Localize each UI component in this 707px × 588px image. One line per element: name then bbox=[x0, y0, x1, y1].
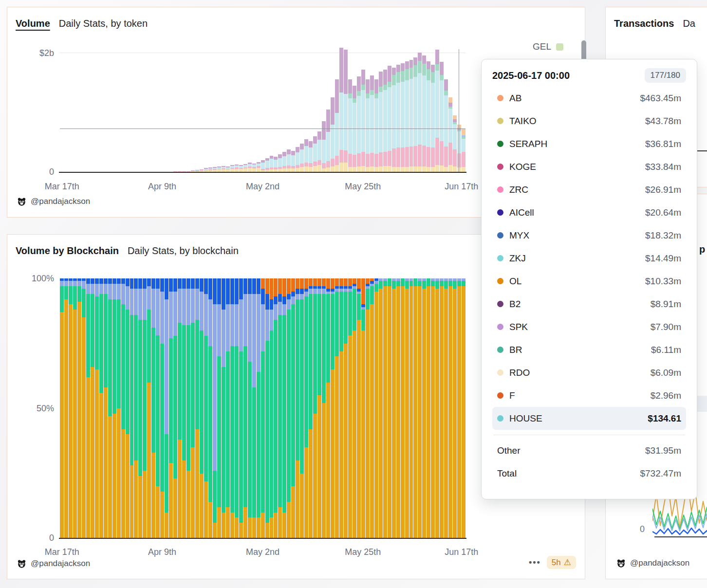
attribution-handle[interactable]: @pandajackson bbox=[31, 197, 90, 206]
tooltip-row-house[interactable]: HOUSE$134.61 bbox=[492, 407, 686, 430]
blockchain-bar[interactable] bbox=[104, 278, 108, 538]
blockchain-bar[interactable] bbox=[300, 278, 304, 538]
blockchain-bar[interactable] bbox=[138, 278, 142, 538]
volume-bar[interactable] bbox=[287, 149, 291, 172]
volume-bar[interactable] bbox=[361, 70, 365, 173]
blockchain-bar[interactable] bbox=[304, 278, 308, 538]
blockchain-bar[interactable] bbox=[353, 278, 356, 538]
blockchain-bar[interactable] bbox=[291, 278, 295, 538]
blockchain-bar[interactable] bbox=[252, 278, 256, 538]
blockchain-bar[interactable] bbox=[208, 278, 212, 538]
tooltip-row-f[interactable]: F$2.96m bbox=[492, 384, 686, 407]
blockchain-bar[interactable] bbox=[213, 278, 217, 538]
blockchain-bar[interactable] bbox=[95, 278, 99, 538]
blockchain-bar[interactable] bbox=[278, 278, 282, 538]
blockchain-bar[interactable] bbox=[130, 278, 134, 538]
blockchain-bar[interactable] bbox=[444, 278, 448, 538]
blockchain-bar[interactable] bbox=[60, 278, 64, 538]
blockchain-bar[interactable] bbox=[165, 278, 168, 538]
blockchain-bar[interactable] bbox=[383, 278, 387, 538]
blockchain-bar[interactable] bbox=[462, 278, 465, 538]
blockchain-bar[interactable] bbox=[388, 278, 391, 538]
volume-bar[interactable] bbox=[348, 79, 352, 172]
volume-bar[interactable] bbox=[444, 79, 448, 172]
blockchain-bar[interactable] bbox=[178, 278, 182, 538]
volume-bar[interactable] bbox=[453, 115, 457, 172]
volume-bar[interactable] bbox=[396, 65, 400, 172]
volume-bar[interactable] bbox=[278, 154, 282, 172]
blockchain-bar[interactable] bbox=[143, 278, 147, 538]
volume-bar[interactable] bbox=[248, 163, 252, 172]
blockchain-bar[interactable] bbox=[287, 278, 291, 538]
volume-bar[interactable] bbox=[435, 50, 439, 172]
volume-bar[interactable] bbox=[274, 157, 278, 172]
volume-bar[interactable] bbox=[265, 158, 269, 172]
blockchain-bar[interactable] bbox=[431, 278, 435, 538]
blockchain-bar[interactable] bbox=[457, 278, 461, 538]
blockchain-bar[interactable] bbox=[239, 278, 243, 538]
blockchain-bar[interactable] bbox=[448, 278, 452, 538]
volume-bar[interactable] bbox=[296, 147, 299, 172]
volume-bar[interactable] bbox=[374, 79, 378, 172]
volume-bar[interactable] bbox=[440, 62, 444, 173]
volume-bar[interactable] bbox=[261, 160, 265, 172]
blockchain-bar[interactable] bbox=[182, 278, 186, 538]
blockchain-bar[interactable] bbox=[322, 278, 326, 538]
volume-bar[interactable] bbox=[370, 75, 374, 172]
blockchain-bar[interactable] bbox=[309, 278, 313, 538]
blockchain-bar[interactable] bbox=[156, 278, 160, 538]
blockchain-bar[interactable] bbox=[69, 278, 73, 538]
blockchain-bar[interactable] bbox=[230, 278, 234, 538]
blockchain-bar[interactable] bbox=[440, 278, 444, 538]
volume-bar[interactable] bbox=[422, 55, 426, 172]
blockchain-bar[interactable] bbox=[331, 278, 335, 538]
blockchain-bar[interactable] bbox=[147, 278, 151, 538]
blockchain-bar[interactable] bbox=[243, 278, 247, 538]
blockchain-bar[interactable] bbox=[217, 278, 221, 538]
volume-bar[interactable] bbox=[222, 166, 225, 172]
blockchain-bar[interactable] bbox=[191, 278, 195, 538]
more-options-button[interactable]: ••• bbox=[529, 557, 541, 568]
blockchain-bar[interactable] bbox=[374, 278, 378, 538]
volume-bar[interactable] bbox=[230, 165, 234, 172]
volume-bar[interactable] bbox=[309, 141, 313, 172]
volume-bar[interactable] bbox=[357, 76, 361, 172]
blockchain-bar[interactable] bbox=[226, 278, 230, 538]
volume-bar[interactable] bbox=[239, 165, 243, 172]
blockchain-bar[interactable] bbox=[261, 278, 265, 538]
blockchain-bar[interactable] bbox=[379, 278, 383, 538]
blockchain-bar[interactable] bbox=[418, 278, 422, 538]
volume-bar[interactable] bbox=[300, 144, 304, 172]
blockchain-bar[interactable] bbox=[401, 278, 405, 538]
volume-bar[interactable] bbox=[313, 136, 317, 172]
blockchain-bar[interactable] bbox=[248, 278, 252, 538]
tooltip-row-myx[interactable]: MYX$18.32m bbox=[492, 224, 686, 247]
tooltip-row-taiko[interactable]: TAIKO$43.78m bbox=[492, 110, 686, 132]
volume-bar[interactable] bbox=[322, 121, 326, 172]
tooltip-row-spk[interactable]: SPK$7.90m bbox=[492, 315, 686, 338]
volume-bar[interactable] bbox=[462, 129, 465, 172]
blockchain-bar[interactable] bbox=[265, 278, 269, 538]
blockchain-bar[interactable] bbox=[339, 278, 343, 538]
blockchain-bar[interactable] bbox=[173, 278, 177, 538]
blockchain-bar[interactable] bbox=[204, 278, 208, 538]
volume-bar[interactable] bbox=[304, 139, 308, 172]
blockchain-bar[interactable] bbox=[160, 278, 164, 538]
blockchain-bar[interactable] bbox=[357, 278, 361, 538]
volume-bar[interactable] bbox=[317, 131, 321, 172]
blockchain-bar[interactable] bbox=[348, 278, 352, 538]
blockchain-bar[interactable] bbox=[427, 278, 430, 538]
volume-bar[interactable] bbox=[427, 61, 430, 172]
volume-bar[interactable] bbox=[413, 57, 417, 172]
blockchain-bar[interactable] bbox=[108, 278, 112, 538]
blockchain-bar[interactable] bbox=[235, 278, 239, 538]
volume-title[interactable]: Volume bbox=[16, 18, 50, 29]
tooltip-row-ab[interactable]: AB$463.45m bbox=[492, 87, 686, 110]
volume-bar[interactable] bbox=[409, 60, 413, 172]
volume-bar[interactable] bbox=[252, 164, 256, 172]
volume-bar[interactable] bbox=[418, 53, 422, 172]
blockchain-bar[interactable] bbox=[121, 278, 125, 538]
tooltip-row-ol[interactable]: OL$10.33m bbox=[492, 270, 686, 293]
blockchain-bar[interactable] bbox=[91, 278, 94, 538]
tooltip-row-koge[interactable]: KOGE$33.84m bbox=[492, 155, 686, 178]
